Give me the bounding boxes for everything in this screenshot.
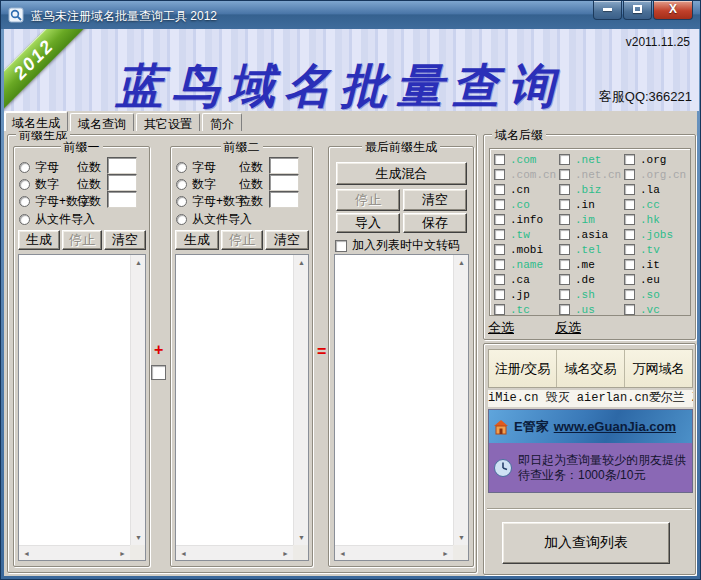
radio-icon[interactable] xyxy=(176,162,187,173)
checkbox-icon[interactable] xyxy=(494,259,505,270)
save-button[interactable]: 保存 xyxy=(403,213,467,233)
checkbox-icon[interactable] xyxy=(494,199,505,210)
scroll-down-icon[interactable]: ▼ xyxy=(454,530,469,545)
checkbox-icon[interactable] xyxy=(559,214,570,225)
radio-letters[interactable]: 字母 xyxy=(19,159,59,176)
add-to-query-list-button[interactable]: 加入查询列表 xyxy=(502,522,670,564)
vertical-scrollbar[interactable]: ▲ ▼ xyxy=(293,255,308,545)
digits-input[interactable] xyxy=(269,191,299,208)
suffix-option[interactable]: .jp xyxy=(494,289,559,301)
prefix-one-list[interactable]: ▲ ▼ ◄ ► xyxy=(18,254,146,561)
radio-icon[interactable] xyxy=(19,196,30,207)
register-trade-button[interactable]: 注册/交易 xyxy=(489,350,557,387)
select-all-link[interactable]: 全选 xyxy=(488,319,514,337)
checkbox-icon[interactable] xyxy=(494,289,505,300)
stop-button[interactable]: 停止 xyxy=(62,230,102,250)
radio-icon[interactable] xyxy=(19,179,30,190)
radio-import-file[interactable]: 从文件导入 xyxy=(176,211,252,228)
suffix-option[interactable]: .hk xyxy=(624,214,686,226)
digits-input[interactable] xyxy=(107,191,137,208)
scroll-left-icon[interactable]: ◄ xyxy=(19,546,34,561)
radio-numbers[interactable]: 数字 xyxy=(176,176,216,193)
radio-icon[interactable] xyxy=(19,162,30,173)
ad-banner[interactable]: E管家 www.eGuanJia.com 即日起为查询量较少的朋友提供待查业务：… xyxy=(488,409,693,493)
checkbox-icon[interactable] xyxy=(494,169,505,180)
ad-banner-top[interactable]: E管家 www.eGuanJia.com xyxy=(489,410,692,443)
suffix-option[interactable]: .mobi xyxy=(494,244,559,256)
horizontal-scrollbar[interactable]: ◄ ► xyxy=(19,545,130,560)
checkbox-icon[interactable] xyxy=(494,214,505,225)
suffix-option[interactable]: .cc xyxy=(624,199,686,211)
generate-button[interactable]: 生成 xyxy=(175,230,219,250)
checkbox-icon[interactable] xyxy=(559,304,570,315)
suffix-option[interactable]: .com xyxy=(494,154,559,166)
radio-icon[interactable] xyxy=(176,214,187,225)
checkbox-icon[interactable] xyxy=(624,229,635,240)
suffix-option[interactable]: .im xyxy=(559,214,624,226)
suffix-option[interactable]: .name xyxy=(494,259,559,271)
title-bar[interactable]: 蓝鸟未注册域名批量查询工具 2012 X xyxy=(1,1,701,29)
suffix-option[interactable]: .la xyxy=(624,184,686,196)
suffix-option[interactable]: .net.cn xyxy=(559,169,624,181)
suffix-option[interactable]: .de xyxy=(559,274,624,286)
digits-input[interactable] xyxy=(107,174,137,191)
suffix-option[interactable]: .ca xyxy=(494,274,559,286)
checkbox-icon[interactable] xyxy=(559,154,570,165)
tab-domain-query[interactable]: 域名查询 xyxy=(70,113,134,131)
checkbox-icon[interactable] xyxy=(494,154,505,165)
clear-button[interactable]: 清空 xyxy=(104,230,146,250)
suffix-option[interactable]: .info xyxy=(494,214,559,226)
radio-letters[interactable]: 字母 xyxy=(176,159,216,176)
suffix-option[interactable]: .jobs xyxy=(624,229,686,241)
suffix-option[interactable]: .tel xyxy=(559,244,624,256)
scroll-right-icon[interactable]: ► xyxy=(438,546,453,561)
suffix-option[interactable]: .co xyxy=(494,199,559,211)
suffix-option[interactable]: .us xyxy=(559,304,624,316)
minimize-button[interactable] xyxy=(593,1,622,20)
prefix-two-list[interactable]: ▲ ▼ ◄ ► xyxy=(175,254,309,561)
checkbox-icon[interactable] xyxy=(624,274,635,285)
checkbox-icon[interactable] xyxy=(494,274,505,285)
suffix-option[interactable]: .sh xyxy=(559,289,624,301)
close-button[interactable]: X xyxy=(653,1,693,20)
checkbox-icon[interactable] xyxy=(559,289,570,300)
checkbox-icon[interactable] xyxy=(335,240,347,252)
checkbox-icon[interactable] xyxy=(624,244,635,255)
suffix-option[interactable]: .tv xyxy=(624,244,686,256)
tab-other-settings[interactable]: 其它设置 xyxy=(136,113,200,131)
tab-about[interactable]: 简介 xyxy=(202,113,242,131)
checkbox-icon[interactable] xyxy=(494,244,505,255)
radio-icon[interactable] xyxy=(176,179,187,190)
stop-button[interactable]: 停止 xyxy=(336,189,400,211)
checkbox-icon[interactable] xyxy=(624,289,635,300)
scroll-up-icon[interactable]: ▲ xyxy=(294,255,309,270)
clear-button[interactable]: 清空 xyxy=(403,189,467,211)
import-button[interactable]: 导入 xyxy=(336,213,400,233)
horizontal-scrollbar[interactable]: ◄ ► xyxy=(335,545,453,560)
suffix-option[interactable]: .net xyxy=(559,154,624,166)
generate-mix-button[interactable]: 生成混合 xyxy=(336,162,467,185)
checkbox-icon[interactable] xyxy=(624,169,635,180)
scroll-down-icon[interactable]: ▼ xyxy=(131,530,146,545)
radio-icon[interactable] xyxy=(176,196,187,207)
checkbox-icon[interactable] xyxy=(624,154,635,165)
checkbox-icon[interactable] xyxy=(559,229,570,240)
suffix-option[interactable]: .me xyxy=(559,259,624,271)
checkbox-icon[interactable] xyxy=(559,169,570,180)
scroll-left-icon[interactable]: ◄ xyxy=(335,546,350,561)
scroll-up-icon[interactable]: ▲ xyxy=(454,255,469,270)
maximize-button[interactable] xyxy=(623,1,652,20)
wanwang-domain-button[interactable]: 万网域名 xyxy=(625,350,692,387)
checkbox-icon[interactable] xyxy=(559,199,570,210)
suffix-option[interactable]: .org xyxy=(624,154,686,166)
vertical-scrollbar[interactable]: ▲ ▼ xyxy=(130,255,145,545)
vertical-scrollbar[interactable]: ▲ ▼ xyxy=(453,255,468,545)
scroll-right-icon[interactable]: ► xyxy=(278,546,293,561)
suffix-option[interactable]: .it xyxy=(624,259,686,271)
digits-input[interactable] xyxy=(269,174,299,191)
radio-import-file[interactable]: 从文件导入 xyxy=(19,211,95,228)
invert-selection-link[interactable]: 反选 xyxy=(555,319,581,337)
suffix-option[interactable]: .eu xyxy=(624,274,686,286)
radio-letters-numbers[interactable]: 字母+数字 xyxy=(176,193,247,210)
generate-button[interactable]: 生成 xyxy=(18,230,60,250)
